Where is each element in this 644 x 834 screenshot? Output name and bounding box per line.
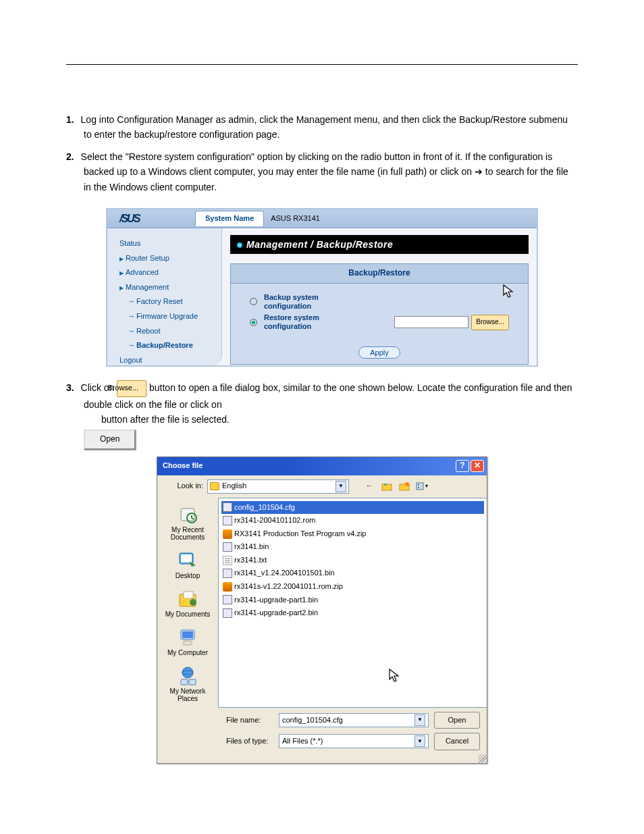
dialog-title: Choose file (163, 460, 203, 472)
zip-icon (223, 582, 232, 592)
step-3-number: 3. (66, 382, 74, 393)
bin-icon (223, 595, 232, 604)
svg-rect-14 (182, 631, 193, 638)
svg-rect-5 (418, 487, 419, 488)
sidebar-backup-restore[interactable]: Backup/Restore (119, 338, 221, 353)
step-2: 2. Select the "Restore system configurat… (66, 149, 578, 194)
sidebar-logout[interactable]: Logout (119, 353, 221, 368)
lookin-label: Look in: (163, 480, 203, 492)
sidebar-router-setup[interactable]: Router Setup (119, 251, 221, 266)
panel-header: Backup/Restore (230, 263, 529, 283)
radio-backup[interactable] (250, 298, 257, 305)
cfg-icon (223, 502, 232, 512)
sidebar-advanced[interactable]: Advanced (119, 265, 221, 280)
views-icon[interactable] (415, 479, 429, 493)
step-3: 3. Click on Browse... button to open a f… (66, 380, 578, 427)
up-folder-icon[interactable] (380, 479, 394, 493)
apply-button[interactable]: Apply (358, 346, 400, 359)
place-desktop[interactable]: Desktop (159, 546, 217, 582)
step-1-text: Log into Configuration Manager as admin,… (81, 114, 568, 140)
sidebar-reboot[interactable]: Reboot (119, 324, 221, 339)
header-divider (66, 64, 578, 65)
step-3-part2: button to open a file dialog box, simila… (84, 382, 572, 410)
filename-input[interactable]: config_101504.cfg▼ (279, 713, 429, 727)
list-item[interactable]: rx3141_v1.24.2004101501.bin (221, 567, 484, 580)
close-icon[interactable]: ✕ (471, 460, 484, 472)
lookin-select[interactable]: English ▼ (207, 479, 349, 494)
place-recent[interactable]: My Recent Documents (159, 500, 217, 544)
list-item[interactable]: rx3141-upgrade-part2.bin (221, 606, 484, 620)
bin-icon (223, 569, 232, 578)
file-list: config_101504.cfg rx3141-2004101102.rom … (218, 498, 487, 708)
svg-point-16 (182, 667, 193, 678)
step-1: 1. Log into Configuration Manager as adm… (66, 112, 578, 142)
svg-point-12 (190, 599, 196, 606)
txt-icon (223, 556, 232, 565)
system-name-tab[interactable]: System Name (195, 211, 264, 226)
filetype-select[interactable]: All Files (*.*)▼ (279, 734, 429, 748)
place-computer[interactable]: My Computer (159, 623, 217, 659)
sidebar-factory-reset[interactable]: Factory Reset (119, 294, 221, 309)
sidebar-management[interactable]: Management (119, 280, 221, 295)
restore-file-input[interactable] (394, 316, 468, 328)
help-icon[interactable]: ? (456, 460, 469, 472)
svg-rect-4 (418, 484, 419, 486)
open-button[interactable]: Open (434, 712, 480, 729)
option-restore-label: Restore system configuration (264, 313, 358, 331)
asus-logo: /SUS (107, 210, 182, 226)
back-icon[interactable]: ← (363, 479, 376, 493)
chevron-down-icon[interactable]: ▼ (336, 481, 346, 492)
arrow-icon: ➔ (475, 166, 483, 177)
svg-rect-9 (181, 554, 192, 563)
svg-rect-0 (382, 484, 392, 490)
inline-browse-button[interactable]: Browse... (117, 380, 146, 397)
bin-icon (223, 608, 232, 618)
sidebar-firmware-upgrade[interactable]: Firmware Upgrade (119, 309, 221, 324)
filename-label: File name: (226, 714, 273, 727)
svg-rect-3 (417, 483, 423, 490)
svg-rect-19 (189, 679, 196, 685)
chevron-down-icon[interactable]: ▼ (414, 714, 425, 726)
step-3-part3: button after the file is selected. (101, 414, 230, 425)
router-config-screenshot: /SUS System Name ASUS RX3141 Status Rout… (106, 208, 538, 367)
place-documents[interactable]: My Documents (159, 585, 217, 621)
svg-rect-18 (181, 679, 188, 685)
chevron-down-icon[interactable]: ▼ (414, 735, 425, 747)
choose-file-dialog: Choose file ? ✕ Look in: English ▼ ← (157, 457, 487, 764)
place-network[interactable]: My Network Places (159, 662, 217, 705)
cursor-icon (389, 669, 401, 683)
sidebar-status[interactable]: Status (119, 236, 221, 251)
new-folder-icon[interactable] (398, 479, 411, 493)
list-item[interactable]: rx3141.txt (221, 554, 484, 567)
filetype-label: Files of type: (226, 735, 273, 748)
router-sidebar: Status Router Setup Advanced Management … (107, 228, 222, 365)
list-item[interactable]: rx3141s-v1.22.20041011.rom.zip (221, 580, 484, 594)
radio-restore[interactable] (250, 319, 257, 326)
option-backup-label: Backup system configuration (264, 293, 358, 311)
list-item[interactable]: RX3141 Production Test Program v4.zip (221, 527, 484, 541)
rom-icon (223, 516, 232, 525)
list-item[interactable]: rx3141-upgrade-part1.bin (221, 594, 484, 607)
svg-rect-15 (184, 641, 192, 645)
cancel-button[interactable]: Cancel (434, 733, 480, 750)
list-item[interactable]: rx3141.bin (221, 540, 484, 554)
lookin-value: English (222, 480, 246, 492)
folder-icon (210, 482, 219, 490)
bin-icon (223, 542, 232, 552)
svg-rect-11 (184, 592, 193, 598)
system-name-value: ASUS RX3141 (271, 213, 320, 225)
zip-icon (223, 529, 232, 539)
list-item[interactable]: rx3141-2004101102.rom (221, 514, 484, 527)
inline-open-button[interactable]: Open (84, 429, 136, 449)
step-1-number: 1. (66, 114, 74, 125)
step-2-number: 2. (66, 151, 74, 162)
list-item[interactable]: config_101504.cfg (221, 501, 484, 515)
svg-point-2 (405, 482, 409, 486)
browse-button[interactable]: Browse... (471, 315, 509, 330)
resize-grip-icon[interactable] (478, 754, 486, 762)
content-title: Management / Backup/Restore (230, 235, 529, 254)
